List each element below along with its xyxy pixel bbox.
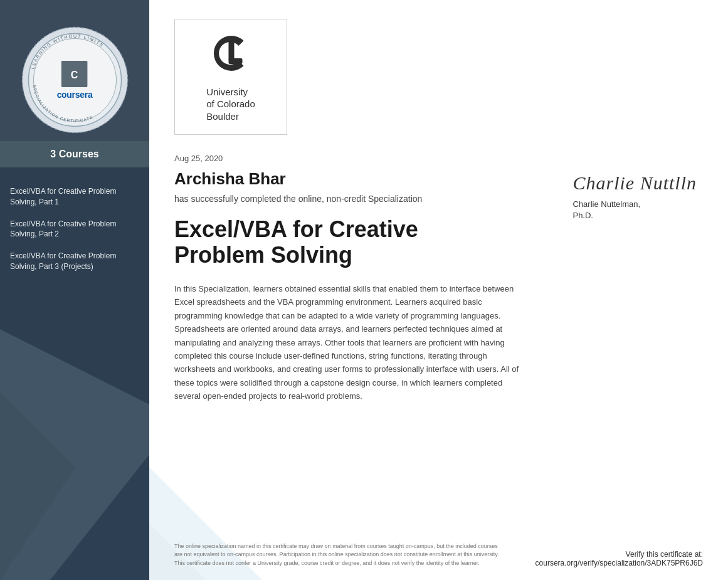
sidebar: LEARNING WITHOUT LIMITS SPECIALIZATION C… [0,0,149,580]
sidebar-top: LEARNING WITHOUT LIMITS SPECIALIZATION C… [0,0,149,141]
cert-header: University of Colorado Boulder [174,19,697,135]
signature-area: Charlie Nuttlln Charlie Nuttelman, Ph.D. [572,172,697,221]
signer-name: Charlie Nuttelman, [572,199,697,210]
verify-label: Verify this certificate at: [535,550,703,559]
sidebar-course-item-3: Excel/VBA for Creative Problem Solving, … [10,251,139,272]
university-logo-box: University of Colorado Boulder [174,19,287,135]
certificate-main: University of Colorado Boulder Aug 25, 2… [149,0,728,580]
svg-rect-14 [228,58,242,64]
coursera-brand-text: coursera [57,90,93,100]
university-name: University of Colorado Boulder [206,86,255,123]
cert-course-title: Excel/VBA for Creative Problem Solving [174,216,697,268]
cert-description: In this Specialization, learners obtaine… [174,282,525,403]
courses-count-bar: 3 Courses [0,141,149,167]
svg-rect-13 [228,41,234,61]
sidebar-course-item-2: Excel/VBA for Creative Problem Solving, … [10,219,139,240]
footer-disclaimer: The online specialization named in this … [174,542,500,568]
signer-title: Ph.D. [572,210,697,221]
coursera-icon: C [61,61,88,87]
footer-verify: Verify this certificate at: coursera.org… [535,550,703,567]
sidebar-background-shapes [0,266,149,580]
verify-url: coursera.org/verify/specialization/3ADK7… [535,559,703,567]
coursera-badge: LEARNING WITHOUT LIMITS SPECIALIZATION C… [20,25,130,135]
signature-image: Charlie Nuttlln [572,172,697,194]
cert-footer: The online specialization named in this … [174,542,703,568]
sidebar-course-item-1: Excel/VBA for Creative Problem Solving, … [10,186,139,208]
sidebar-courses-list: Excel/VBA for Creative Problem Solving, … [0,174,149,296]
cu-boulder-logo [204,31,258,78]
courses-count-label: 3 Courses [50,149,98,159]
svg-text:C: C [71,70,78,80]
badge-center: C coursera [57,61,93,100]
cert-date: Aug 25, 2020 [174,154,697,163]
